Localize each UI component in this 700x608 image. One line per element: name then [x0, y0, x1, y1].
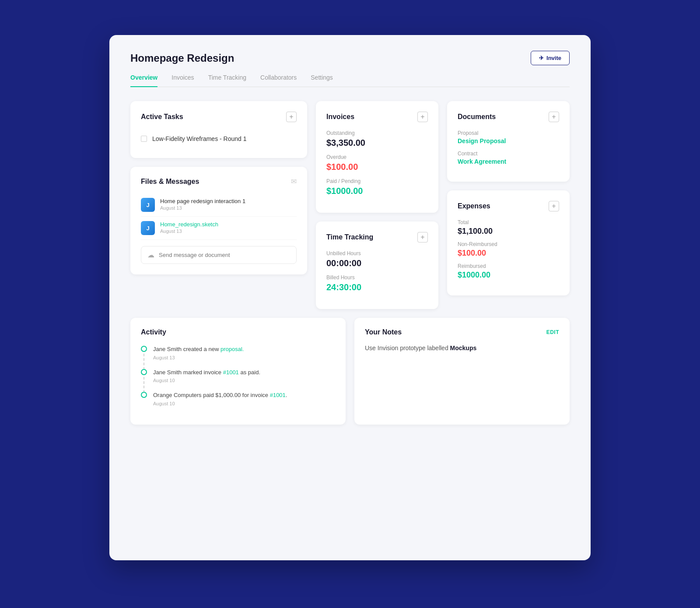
invoices-header: Invoices + — [326, 112, 428, 122]
activity-text-1: Jane Smith created a new proposal. — [153, 345, 335, 354]
notes-text: Use Invision prototype labelled Mockups — [365, 343, 559, 353]
activity-dot-1 — [141, 346, 147, 352]
activity-text-3: Orange Computers paid $1,000.00 for invo… — [153, 391, 335, 400]
doc-item-1: Proposal Design Proposal — [458, 130, 559, 144]
invoice-paid: Paid / Pending $1000.00 — [326, 178, 428, 196]
unbilled-value: 00:00:00 — [326, 258, 428, 268]
content-grid: Active Tasks + Low-Fidelity Wireframes -… — [130, 101, 570, 309]
expense-non-reimbursed: Non-Reimbursed $100.00 — [458, 241, 559, 258]
activity-date-3: August 10 — [153, 401, 335, 406]
tab-overview[interactable]: Overview — [130, 74, 158, 87]
non-reimbursed-value: $100.00 — [458, 249, 559, 258]
message-input-row: ☁ — [141, 246, 297, 264]
unbilled-label: Unbilled Hours — [326, 250, 428, 257]
expense-total: Total $1,100.00 — [458, 219, 559, 236]
msg-title-2[interactable]: Home_redesign.sketch — [160, 221, 297, 228]
outstanding-label: Outstanding — [326, 130, 428, 136]
activity-content-3: Orange Computers paid $1,000.00 for invo… — [153, 391, 335, 406]
overdue-label: Overdue — [326, 154, 428, 160]
activity-item-1: Jane Smith created a new proposal. Augus… — [141, 345, 335, 360]
left-column: Active Tasks + Low-Fidelity Wireframes -… — [130, 101, 307, 309]
add-invoice-button[interactable]: + — [417, 112, 428, 122]
activity-invoice-2[interactable]: #1001 — [223, 369, 239, 376]
unbilled-hours: Unbilled Hours 00:00:00 — [326, 250, 428, 268]
activity-content-2: Jane Smith marked invoice #1001 as paid.… — [153, 368, 335, 383]
msg-content-2: Home_redesign.sketch August 13 — [160, 221, 297, 234]
message-icon: ✉ — [291, 177, 297, 186]
activity-date-2: August 10 — [153, 378, 335, 383]
task-checkbox[interactable] — [141, 136, 147, 142]
activity-link-1[interactable]: proposal. — [220, 346, 244, 352]
active-tasks-title: Active Tasks — [141, 113, 183, 121]
documents-card: Documents + Proposal Design Proposal Con… — [447, 101, 570, 182]
tab-time-tracking[interactable]: Time Tracking — [208, 74, 246, 87]
activity-item-2: Jane Smith marked invoice #1001 as paid.… — [141, 368, 335, 383]
outstanding-value: $3,350.00 — [326, 138, 428, 148]
message-item-1: J Home page redesign interaction 1 Augus… — [141, 193, 297, 217]
add-document-button[interactable]: + — [549, 112, 559, 122]
activity-dot-2 — [141, 369, 147, 375]
page-header: Homepage Redesign ✈ Invite — [130, 51, 570, 65]
msg-title-1: Home page redesign interaction 1 — [160, 198, 297, 204]
avatar-1: J — [141, 198, 155, 212]
expense-reimbursed: Reimbursed $1000.00 — [458, 263, 559, 280]
notes-bold: Mockups — [450, 344, 477, 351]
invite-button[interactable]: ✈ Invite — [531, 51, 570, 65]
time-tracking-title: Time Tracking — [326, 233, 373, 241]
activity-invoice-3[interactable]: #1001 — [270, 392, 286, 398]
activity-item-3: Orange Computers paid $1,000.00 for invo… — [141, 391, 335, 406]
reimbursed-value: $1000.00 — [458, 271, 559, 280]
doc-category-2: Contract — [458, 151, 559, 157]
tab-settings[interactable]: Settings — [311, 74, 333, 87]
expenses-title: Expenses — [458, 202, 490, 210]
billed-label: Billed Hours — [326, 274, 428, 281]
activity-title: Activity — [141, 328, 335, 336]
bottom-grid: Activity Jane Smith created a new propos… — [130, 318, 570, 425]
message-input[interactable] — [159, 252, 290, 258]
doc-category-1: Proposal — [458, 130, 559, 136]
activity-section: Activity Jane Smith created a new propos… — [130, 318, 346, 425]
invoices-title: Invoices — [326, 113, 354, 121]
files-messages-title: Files & Messages — [141, 178, 199, 186]
send-icon: ✈ — [539, 55, 544, 61]
paid-label: Paid / Pending — [326, 178, 428, 184]
add-task-button[interactable]: + — [286, 112, 297, 122]
overdue-value: $100.00 — [326, 162, 428, 172]
time-tracking-header: Time Tracking + — [326, 232, 428, 242]
billed-value: 24:30:00 — [326, 282, 428, 292]
reimbursed-label: Reimbursed — [458, 263, 559, 269]
expenses-card: Expenses + Total $1,100.00 Non-Reimburse… — [447, 190, 570, 295]
expenses-header: Expenses + — [458, 201, 559, 211]
doc-link-1[interactable]: Design Proposal — [458, 137, 559, 144]
notes-header: Your Notes EDIT — [365, 328, 559, 336]
task-item: Low-Fidelity Wireframes - Round 1 — [141, 130, 297, 148]
doc-item-2: Contract Work Agreement — [458, 151, 559, 165]
activity-dot-3 — [141, 392, 147, 398]
task-label: Low-Fidelity Wireframes - Round 1 — [152, 135, 247, 142]
total-value: $1,100.00 — [458, 227, 559, 236]
billed-hours: Billed Hours 24:30:00 — [326, 274, 428, 292]
documents-header: Documents + — [458, 112, 559, 122]
total-label: Total — [458, 219, 559, 225]
tab-collaborators[interactable]: Collaborators — [260, 74, 297, 87]
msg-content-1: Home page redesign interaction 1 August … — [160, 198, 297, 211]
msg-date-1: August 13 — [160, 205, 297, 211]
cloud-upload-icon: ☁ — [147, 251, 154, 259]
activity-content-1: Jane Smith created a new proposal. Augus… — [153, 345, 335, 360]
msg-date-2: August 13 — [160, 228, 297, 234]
tab-invoices[interactable]: Invoices — [172, 74, 194, 87]
center-column: Invoices + Outstanding $3,350.00 Overdue… — [316, 101, 438, 309]
time-tracking-card: Time Tracking + Unbilled Hours 00:00:00 … — [316, 221, 438, 309]
add-time-button[interactable]: + — [417, 232, 428, 242]
invoice-overdue: Overdue $100.00 — [326, 154, 428, 172]
active-tasks-card: Active Tasks + Low-Fidelity Wireframes -… — [130, 101, 307, 158]
main-container: Homepage Redesign ✈ Invite Overview Invo… — [109, 35, 591, 560]
page-title: Homepage Redesign — [130, 52, 234, 64]
notes-edit-button[interactable]: EDIT — [546, 329, 559, 335]
invoices-card: Invoices + Outstanding $3,350.00 Overdue… — [316, 101, 438, 213]
add-expense-button[interactable]: + — [549, 201, 559, 211]
doc-link-2[interactable]: Work Agreement — [458, 158, 559, 165]
active-tasks-header: Active Tasks + — [141, 112, 297, 122]
activity-date-1: August 13 — [153, 355, 335, 360]
files-messages-card: Files & Messages ✉ J Home page redesign … — [130, 167, 307, 274]
